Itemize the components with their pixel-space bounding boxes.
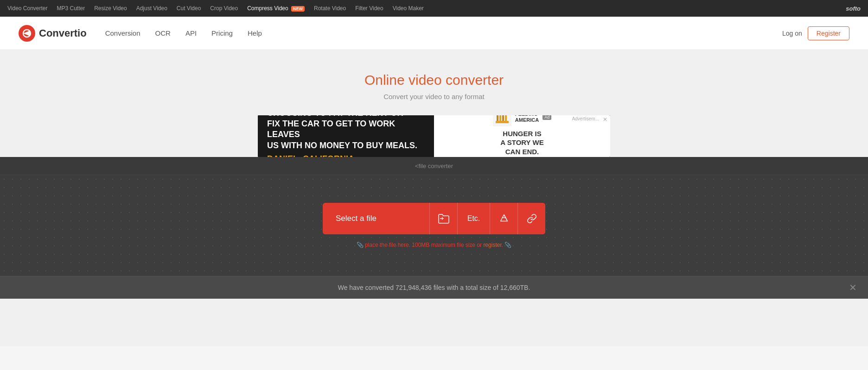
hero-section: Online video converter Convert your vide… — [0, 50, 868, 112]
file-source-icons: Etc. — [429, 203, 545, 234]
login-button[interactable]: Log on — [782, 30, 802, 37]
svg-rect-9 — [442, 217, 443, 220]
converter-inner: Select a file Etc. — [0, 175, 868, 276]
ad-logo-text: FEEDING AMERICA — [515, 115, 539, 123]
topbar-item-rotate-video[interactable]: Rotate Video — [314, 5, 346, 12]
nav-auth: Log on Register — [782, 26, 849, 40]
hero-title: Online video converter — [9, 72, 859, 88]
topbar-item-crop-video[interactable]: Crop Video — [210, 5, 238, 12]
google-drive-icon-button[interactable] — [490, 203, 517, 234]
nav-links: Conversion OCR API Pricing Help — [105, 29, 782, 37]
ad-right-logo: FEEDING AMERICA Ad — [493, 115, 551, 126]
page-main: Online video converter Convert your vide… — [0, 50, 868, 346]
nav-bar: Convertio Conversion OCR API Pricing Hel… — [0, 17, 868, 50]
drive-icon — [499, 213, 509, 224]
folder-icon-button[interactable] — [429, 203, 457, 234]
ad-banner: CHOOSING TO PAY THE RENT OR FIX THE CAR … — [258, 115, 610, 157]
nav-link-ocr[interactable]: OCR — [155, 29, 171, 37]
ad-close-button[interactable]: ✕ — [603, 116, 607, 123]
topbar-item-filter-video[interactable]: Filter Video — [355, 5, 383, 12]
ad-left-text: CHOOSING TO PAY THE RENT OR FIX THE CAR … — [267, 115, 425, 157]
etc-button[interactable]: Etc. — [457, 203, 490, 234]
svg-rect-6 — [502, 115, 504, 121]
top-bar-brand: softo — [846, 5, 861, 12]
svg-rect-7 — [505, 115, 507, 121]
converter-section: <file converter Select a file Etc. — [0, 157, 868, 299]
select-file-bar[interactable]: Select a file Etc. — [323, 203, 545, 234]
nav-link-pricing[interactable]: Pricing — [211, 29, 233, 37]
ad-advertiser-label: Advertisem... — [572, 116, 599, 121]
topbar-item-video-maker[interactable]: Video Maker — [393, 5, 424, 12]
ad-right: Advertisem... ✕ FEEDING AMERICA — [434, 115, 610, 157]
nav-link-help[interactable]: Help — [248, 29, 262, 37]
topbar-item-adjust-video[interactable]: Adjust Video — [136, 5, 167, 12]
hero-subtitle: Convert your video to any format — [9, 93, 859, 100]
svg-rect-4 — [497, 115, 498, 121]
svg-rect-5 — [499, 115, 501, 121]
logo-text: Convertio — [39, 27, 87, 39]
ad-left: CHOOSING TO PAY THE RENT OR FIX THE CAR … — [258, 115, 434, 157]
stats-close-button[interactable]: ✕ — [849, 282, 857, 293]
link-icon-button[interactable] — [517, 203, 545, 234]
link-icon — [527, 213, 537, 224]
topbar-item-compress-video[interactable]: Compress Video NEW — [247, 5, 305, 12]
folder-icon — [438, 213, 450, 224]
topbar-item-mp3-cutter[interactable]: MP3 Cutter — [57, 5, 85, 12]
logo-icon — [19, 25, 35, 42]
nav-link-conversion[interactable]: Conversion — [105, 29, 140, 37]
converter-label: <file converter — [415, 163, 453, 169]
topbar-item-cut-video[interactable]: Cut Video — [177, 5, 201, 12]
stats-bar: We have converted 721,948,436 files with… — [0, 276, 868, 299]
select-file-button[interactable]: Select a file — [323, 203, 429, 234]
drop-hint: 📎 place the file here. 100MB maximum fil… — [357, 242, 512, 248]
logo[interactable]: Convertio — [19, 25, 87, 42]
topbar-item-resize-video[interactable]: Resize Video — [94, 5, 127, 12]
topbar-item-video-converter[interactable]: Video Converter — [7, 5, 48, 12]
ad-right-title: HUNGER ISA STORY WECAN END. — [500, 129, 543, 157]
register-button[interactable]: Register — [808, 26, 849, 40]
svg-rect-3 — [496, 121, 509, 123]
converter-label-bar: <file converter — [0, 157, 868, 175]
feeding-america-icon — [493, 115, 511, 126]
top-bar: Video Converter MP3 Cutter Resize Video … — [0, 0, 868, 17]
nav-link-api[interactable]: API — [185, 29, 197, 37]
stats-text: We have converted 721,948,436 files with… — [338, 284, 530, 291]
new-badge: NEW — [291, 6, 305, 12]
ad-badge: Ad — [542, 115, 551, 120]
